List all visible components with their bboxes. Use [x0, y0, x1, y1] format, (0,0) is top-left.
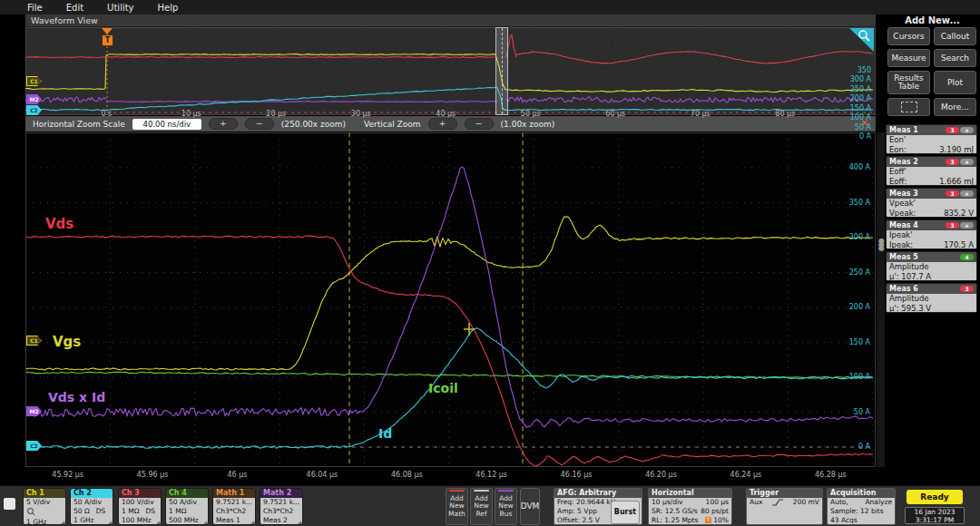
- add-new-math-button[interactable]: Add New Math: [446, 488, 468, 525]
- menu-edit[interactable]: Edit: [66, 3, 83, 13]
- meas-value: 170.5 A: [944, 240, 974, 249]
- main-time-label: 46.08 µs: [391, 471, 423, 479]
- cursors-button[interactable]: Cursors: [887, 27, 930, 45]
- meas-key: Eoff:: [889, 177, 906, 186]
- channel-badge-math2[interactable]: Math 29.7521 k...Ch3*Ch2Meas 2◢: [260, 488, 303, 525]
- drag-handle-icon[interactable]: ●●●: [878, 239, 882, 250]
- more-button[interactable]: More...: [934, 98, 976, 116]
- main-time-label: 46.24 µs: [730, 471, 762, 479]
- main-time-label: 45.96 µs: [137, 471, 169, 479]
- meas-badge-6[interactable]: Meas 63Amplitudeµ': 595.3 V: [886, 283, 977, 313]
- channel-badge-ch1[interactable]: Ch 15 V/div1 GHz◢: [23, 488, 66, 525]
- meas-title: Meas 3: [889, 190, 918, 198]
- meas-key: µ':: [889, 304, 899, 313]
- acquisition-sample: Sample: 12 bits: [830, 507, 892, 516]
- vds-x-id-trace-label: Vds x Id: [48, 390, 105, 404]
- trigger-position-icon: T: [705, 517, 711, 523]
- add-new-ref-button[interactable]: Add New Ref: [470, 488, 493, 525]
- clipping-indicator-icon: ◢: [297, 520, 301, 525]
- vzoom-plus-button[interactable]: +: [428, 118, 457, 130]
- main-amp-label: 150 A: [849, 338, 870, 346]
- magnifier-icon: [857, 29, 871, 44]
- add-new-label: Add New Math: [446, 495, 467, 519]
- meas-source-badge: +: [960, 159, 974, 165]
- overview-amp-label: 250 A: [850, 85, 871, 93]
- afg-panel[interactable]: AFG: Arbitrary Freq: 20.9644 kHz Amp: 5 …: [554, 488, 642, 525]
- vzoom-minus-button[interactable]: −: [465, 118, 494, 130]
- meas-value: 3.190 mJ: [939, 145, 974, 154]
- channel-badge-ch4[interactable]: Ch 450 A/div1 MΩ500 MHz◢: [165, 488, 209, 525]
- meas-source-badge: 3: [960, 286, 974, 292]
- callout-button[interactable]: Callout: [934, 27, 976, 45]
- zoom-window-center: [502, 28, 503, 114]
- meas-title: Meas 4: [889, 221, 918, 229]
- horizontal-panel[interactable]: Horizontal 10 µs/div100 µs SR: 12.5 GS/s…: [648, 488, 732, 525]
- menu-utility[interactable]: Utility: [107, 3, 133, 13]
- channel-setting: 1 MΩ: [169, 507, 208, 516]
- hzoom-scale-value[interactable]: 40.00 ns/div: [132, 119, 201, 130]
- channel-badge-ch2[interactable]: Ch 250 A/div50 Ω DS1 GHz◢: [70, 488, 113, 525]
- meas-title: Meas 2: [889, 158, 918, 166]
- clipping-indicator-icon: ◢: [155, 520, 160, 525]
- menu-help[interactable]: Help: [158, 3, 179, 13]
- meas-title: Meas 1: [889, 126, 918, 134]
- trigger-title: Trigger: [747, 489, 822, 498]
- overview-amp-label: 350: [858, 66, 871, 74]
- meas-badge-4[interactable]: Meas 43+Ipeak'Ipeak:170.5 A: [886, 219, 977, 249]
- meas-badge-1[interactable]: Meas 13+Eon'Eon:3.190 mJ: [886, 124, 977, 154]
- meas-key: Eon:: [889, 145, 906, 154]
- meas-name: Eoff': [889, 167, 974, 177]
- clipping-indicator-icon: ◢: [60, 520, 64, 525]
- overview-amp-label: 300 A: [850, 75, 871, 83]
- id-trace-label: Id: [378, 426, 392, 441]
- meas-badge-2[interactable]: Meas 23+Eoff'Eoff:1.666 mJ: [886, 156, 977, 186]
- main-amp-label: 0 A: [858, 443, 870, 451]
- menu-bar: File Edit Utility Help: [0, 0, 980, 15]
- overview-amplitude-axis: 350300 A250 A200 A150 A100 A50 A0 A: [25, 27, 873, 115]
- search-button[interactable]: Search: [934, 49, 976, 67]
- results-table-button[interactable]: Results Table: [887, 71, 930, 94]
- meas-name: Vpeak': [889, 199, 974, 209]
- main-time-label: 46 µs: [228, 471, 248, 479]
- hzoom-minus-button[interactable]: −: [245, 118, 274, 130]
- hzoom-factor: (250.00x zoom): [281, 120, 346, 129]
- vzoom-factor: (1.00x zoom): [501, 120, 555, 129]
- channel-badge-ch3[interactable]: Ch 3100 V/div1 MΩ DS100 MHz◢: [118, 488, 162, 525]
- zoom-window-box[interactable]: [495, 27, 508, 115]
- menu-file[interactable]: File: [27, 3, 43, 13]
- acquisition-analyze: Analyze: [865, 498, 892, 507]
- dvm-button[interactable]: DVM: [520, 488, 540, 525]
- main-amp-label: 300 A: [849, 233, 870, 241]
- meas-badge-3[interactable]: Meas 33+Vpeak'Vpeak:835.2 V: [886, 188, 977, 218]
- right-scroll-strip[interactable]: [877, 132, 885, 467]
- add-new-bus-button[interactable]: Add New Bus: [495, 488, 517, 525]
- main-time-label: 46.04 µs: [307, 471, 338, 479]
- acquisition-count: 43 Acqs: [830, 516, 892, 525]
- main-time-label: 45.92 µs: [52, 471, 83, 479]
- clipping-indicator-icon: ◢: [202, 520, 207, 525]
- meas-source-badge: +: [960, 190, 974, 197]
- bottom-bar: Ch 15 V/div1 GHz◢Ch 250 A/div50 Ω DS1 GH…: [0, 485, 980, 526]
- tab-waveform-view[interactable]: Waveform View: [25, 15, 876, 27]
- panel-grab-icon[interactable]: [4, 498, 15, 510]
- rising-edge-icon: [771, 498, 784, 507]
- draw-a-box-button[interactable]: [887, 98, 930, 116]
- measure-button[interactable]: Measure: [887, 49, 930, 67]
- ready-status-button[interactable]: Ready: [906, 490, 963, 504]
- acquisition-panel[interactable]: Acquisition Auto,Analyze Sample: 12 bits…: [827, 488, 896, 525]
- horizontal-trigger-position: 10%: [713, 516, 729, 524]
- tab-label: Waveform View: [31, 15, 98, 25]
- trigger-panel[interactable]: Trigger Aux 200 mV: [746, 488, 823, 525]
- add-new-label: Add New Bus: [495, 495, 516, 519]
- channel-setting: 100 V/div: [122, 498, 161, 507]
- meas-badge-5[interactable]: Meas 54Amplitudeµ': 107.7 A: [886, 251, 977, 281]
- channel-badge-math1[interactable]: Math 19.7521 k...Ch3*Ch2Meas 1◢: [212, 488, 256, 525]
- trigger-marker[interactable]: T: [102, 34, 113, 46]
- hzoom-plus-button[interactable]: +: [209, 118, 238, 130]
- hzoom-scale-label: Horizontal Zoom Scale: [33, 120, 125, 129]
- acquisition-title: Acquisition: [828, 489, 895, 498]
- burst-button[interactable]: Burst: [611, 501, 640, 524]
- plot-button[interactable]: Plot: [934, 71, 976, 94]
- main-amplitude-axis: 400 A350 A300 A250 A200 A150 A100 A50 A0…: [25, 132, 873, 467]
- afg-title: AFG: Arbitrary: [554, 489, 642, 498]
